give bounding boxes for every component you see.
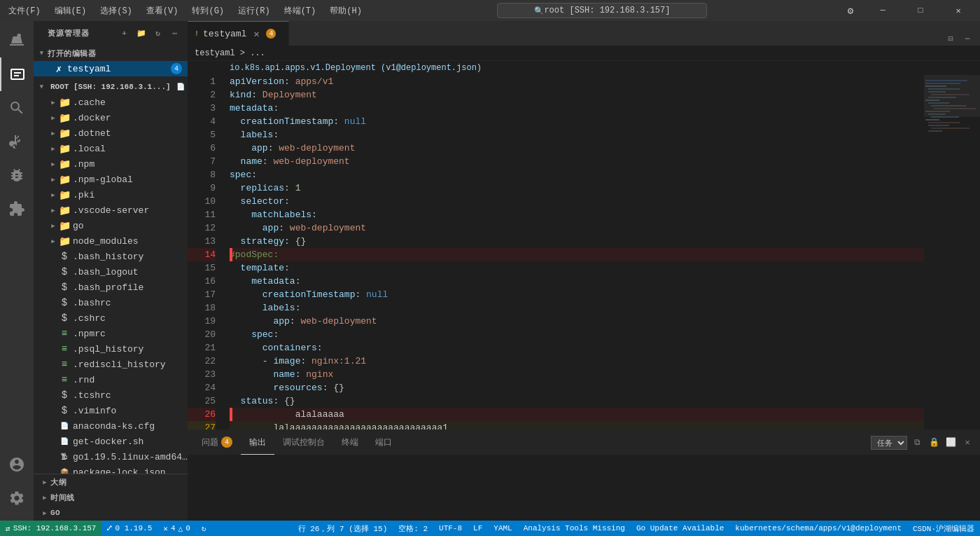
- sidebar-collapse[interactable]: ⋯: [168, 27, 182, 41]
- open-editors-arrow: ▶: [36, 48, 48, 59]
- open-file-testyaml[interactable]: ✗ testyaml 4: [34, 61, 188, 76]
- root-new-file[interactable]: 📄: [174, 80, 188, 94]
- folder-go[interactable]: ▶ 📁 go: [34, 218, 188, 233]
- line-number-14: 14: [188, 248, 216, 261]
- sidebar-new-folder[interactable]: 📁: [134, 27, 148, 41]
- folder-pki[interactable]: ▶ 📁 .pki: [34, 187, 188, 202]
- outline-section[interactable]: ▶ 大纲: [34, 474, 188, 490]
- status-schema[interactable]: kubernetes/schema/apps/v1@deployment: [729, 521, 907, 536]
- activity-source-control[interactable]: [0, 125, 34, 158]
- status-branch[interactable]: ⑇ 0 1.19.5: [102, 521, 158, 536]
- tab-more-actions[interactable]: ⋯: [960, 32, 974, 46]
- file-anaconda-ks[interactable]: ▶ 📄 anaconda-ks.cfg: [34, 418, 188, 434]
- file-rnd-name: .rnd: [73, 375, 94, 385]
- error-icon: ✕: [163, 524, 168, 533]
- tab-testyaml[interactable]: ! testyaml ✕ 4: [188, 21, 289, 46]
- open-editors-section[interactable]: ▶ 打开的编辑器: [34, 46, 188, 61]
- main-container: 资源管理器 + 📁 ↻ ⋯ ▶ 打开的编辑器 ✗ testyaml 4 ▶ RO…: [0, 21, 980, 521]
- file-psql-history[interactable]: ▶ ≡ .psql_history: [34, 341, 188, 357]
- menu-select[interactable]: 选择(S): [97, 4, 135, 18]
- status-indent[interactable]: 空格: 2: [393, 521, 433, 536]
- panel-tab-terminal[interactable]: 终端: [333, 430, 367, 455]
- file-rnd[interactable]: ▶ ≡ .rnd: [34, 372, 188, 387]
- tab-testyaml-close[interactable]: ✕: [251, 28, 262, 39]
- code-editor[interactable]: apiVersion: apps/v1 kind: Deployment met…: [223, 75, 924, 430]
- go-section[interactable]: ▶ GO: [34, 505, 188, 521]
- activity-search[interactable]: [0, 91, 34, 125]
- folder-cache[interactable]: ▶ 📁 .cache: [34, 95, 188, 110]
- window-maximize[interactable]: □: [904, 0, 937, 21]
- activity-settings[interactable]: [0, 481, 34, 515]
- timeline-section[interactable]: ▶ 时间线: [34, 490, 188, 505]
- status-encoding[interactable]: UTF-8: [433, 521, 468, 536]
- file-package-lock[interactable]: ▶ 📦 package-lock.json: [34, 465, 188, 474]
- status-eol[interactable]: LF: [468, 521, 488, 536]
- file-npmrc-icon: ≡: [59, 328, 70, 339]
- global-search-bar[interactable]: 🔍 root [SSH: 192.168.3.157]: [497, 3, 707, 18]
- panel-tab-output[interactable]: 输出: [241, 430, 274, 455]
- file-go-tar[interactable]: ▶ 🗜 go1.19.5.linux-amd64.tar.gz: [34, 449, 188, 465]
- panel-content[interactable]: [188, 455, 980, 521]
- panel-copy-btn[interactable]: ⧉: [910, 436, 924, 450]
- activity-files[interactable]: [0, 57, 34, 91]
- file-npmrc[interactable]: ▶ ≡ .npmrc: [34, 326, 188, 341]
- panel-tab-ports[interactable]: 端口: [367, 430, 400, 455]
- activity-debug[interactable]: [0, 158, 34, 192]
- file-viminfo[interactable]: ▶ $ .viminfo: [34, 403, 188, 418]
- file-cshrc-icon: $: [59, 312, 70, 324]
- status-sync[interactable]: ↻: [196, 521, 212, 536]
- menu-terminal[interactable]: 终端(T): [281, 4, 319, 18]
- panel-tab-debug-console[interactable]: 调试控制台: [274, 430, 333, 455]
- menu-help[interactable]: 帮助(H): [327, 4, 365, 18]
- folder-dotnet[interactable]: ▶ 📁 .dotnet: [34, 125, 188, 141]
- menu-view[interactable]: 查看(V): [144, 4, 181, 18]
- folder-local[interactable]: ▶ 📁 .local: [34, 141, 188, 156]
- menu-goto[interactable]: 转到(G): [189, 4, 227, 18]
- folder-docker[interactable]: ▶ 📁 .docker: [34, 110, 188, 125]
- activity-explorer[interactable]: [0, 24, 34, 57]
- panel-lock-btn[interactable]: 🔒: [927, 436, 941, 450]
- folder-node-modules[interactable]: ▶ 📁 node_modules: [34, 233, 188, 249]
- status-csdn[interactable]: CSDN·沪湖编辑器: [907, 521, 980, 536]
- window-close[interactable]: ✕: [942, 0, 974, 21]
- activity-extensions[interactable]: [0, 192, 34, 226]
- file-bash-logout[interactable]: ▶ $ .bash_logout: [34, 264, 188, 280]
- status-errors[interactable]: ✕ 4 △ 0: [158, 521, 195, 536]
- menu-run[interactable]: 运行(R): [235, 4, 273, 18]
- sidebar-new-file[interactable]: +: [118, 27, 132, 41]
- tab-split-editor[interactable]: ⊟: [944, 32, 958, 46]
- folder-npm-global[interactable]: ▶ 📁 .npm-global: [34, 172, 188, 187]
- status-analysis-tools[interactable]: Analysis Tools Missing: [518, 521, 631, 536]
- folder-docker-name: .docker: [73, 113, 111, 123]
- folder-vscode-server[interactable]: ▶ 📁 .vscode-server: [34, 202, 188, 218]
- window-minimize[interactable]: ─: [867, 0, 899, 21]
- root-folder-section[interactable]: ▶ ROOT [SSH: 192.168.3.1...] 📄 📁 ↻ ⋯: [34, 79, 188, 95]
- panel-tab-problems[interactable]: 问题 4: [193, 430, 241, 455]
- activity-accounts[interactable]: [0, 448, 34, 481]
- file-go-tar-icon: 🗜: [59, 451, 70, 462]
- menu-file[interactable]: 文件(F): [6, 4, 43, 18]
- status-go-update[interactable]: Go Update Available: [631, 521, 729, 536]
- window-settings[interactable]: ⚙: [840, 0, 861, 21]
- menu-edit[interactable]: 编辑(E): [52, 4, 90, 18]
- panel-task-selector[interactable]: 任务: [871, 436, 907, 450]
- file-tcshrc-name: .tcshrc: [73, 390, 111, 401]
- file-tcshrc[interactable]: ▶ $ .tcshrc: [34, 387, 188, 403]
- status-position[interactable]: 行 26，列 7 (选择 15): [293, 521, 393, 536]
- folder-cache-name: .cache: [73, 97, 106, 108]
- file-cshrc[interactable]: ▶ $ .cshrc: [34, 310, 188, 326]
- status-language[interactable]: YAML: [488, 521, 517, 536]
- folder-npm[interactable]: ▶ 📁 .npm: [34, 156, 188, 172]
- panel-close-btn[interactable]: ✕: [960, 436, 974, 450]
- file-bash-history[interactable]: ▶ $ .bash_history: [34, 249, 188, 264]
- file-rediscli-history[interactable]: ▶ ≡ .rediscli_history: [34, 357, 188, 372]
- file-get-docker[interactable]: ▶ 📄 get-docker.sh: [34, 434, 188, 449]
- encoding-text: UTF-8: [439, 524, 462, 532]
- sidebar-refresh[interactable]: ↻: [151, 27, 165, 41]
- panel-max-btn[interactable]: ⬜: [944, 436, 958, 450]
- file-bash-profile[interactable]: ▶ $ .bash_profile: [34, 280, 188, 295]
- panel-tabs: 问题 4 输出 调试控制台 终端 端口 任务: [188, 430, 980, 455]
- status-remote[interactable]: ⇄ SSH: 192.168.3.157: [0, 521, 102, 536]
- file-viminfo-icon: $: [59, 405, 70, 416]
- file-bashrc[interactable]: ▶ $ .bashrc: [34, 295, 188, 310]
